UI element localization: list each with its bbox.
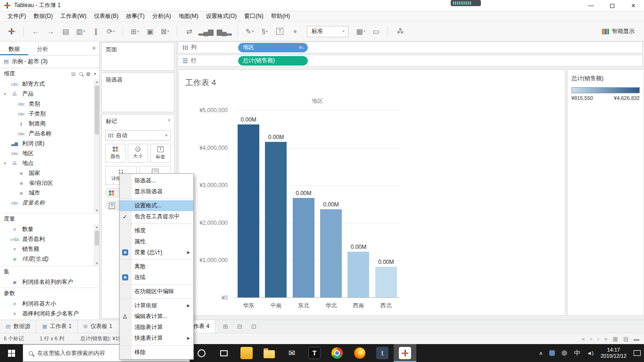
pane-options-icon[interactable]: ✛ [92, 45, 96, 51]
context-menu-item[interactable]: 在功能区中编辑 [120, 286, 193, 297]
group-members-icon[interactable]: §▾ [259, 25, 270, 38]
field-row[interactable]: ⊕纬度(生成) [0, 254, 99, 264]
field-row[interactable]: Abc类别 [0, 99, 99, 109]
show-hide-cards-icon[interactable]: ▦▾ [355, 25, 366, 38]
context-menu-item[interactable]: 离散 [120, 261, 193, 272]
show-mark-labels-icon[interactable]: T [274, 25, 285, 38]
datasource-row[interactable]: ▤ 示例 - 超市 (3) [0, 56, 99, 68]
swap-rows-columns-icon[interactable]: ⇄ [183, 25, 195, 38]
field-row[interactable]: ▾品地点 [0, 158, 99, 168]
context-menu-item[interactable]: 显示筛选器 [120, 186, 193, 197]
bar[interactable] [293, 198, 314, 297]
pill-region[interactable]: 地区 ≡↓ [238, 43, 308, 52]
collapse-icon[interactable]: ▾ [3, 92, 7, 96]
bar[interactable] [320, 209, 342, 297]
menu-item[interactable]: 文件(F) [4, 11, 30, 22]
action-center-button[interactable] [630, 350, 644, 356]
context-menu-item[interactable]: 连续 [120, 272, 193, 283]
show-me-button[interactable]: 智能显示 [596, 25, 640, 37]
sort-ascending-icon[interactable]: ▂▄▆ [198, 25, 213, 38]
menu-item[interactable]: 工作表(W) [57, 11, 90, 22]
group-fields-icon[interactable]: ▦ [86, 71, 91, 76]
marks-button-color[interactable]: 颜色 [105, 144, 125, 163]
new-data-source-icon[interactable]: ▥▾ [75, 25, 86, 38]
menu-item[interactable]: 地图(M) [175, 11, 202, 22]
close-button[interactable]: ✕ [623, 0, 644, 11]
marks-button-size[interactable]: 大小 [128, 144, 148, 163]
field-row[interactable]: #选择利润前多少名客户 [0, 309, 99, 319]
menu-item[interactable]: 窗口(N) [240, 11, 267, 22]
context-menu-item[interactable]: 筛选器... [120, 175, 193, 186]
field-row[interactable]: #利润容器大小 [0, 299, 99, 309]
next-sheet-icon[interactable]: › [597, 336, 599, 342]
scroll-down-icon[interactable]: ▼ [94, 208, 99, 213]
menu-item[interactable]: 故事(T) [122, 11, 148, 22]
redo-icon[interactable]: → [45, 25, 56, 38]
tray-chevron-up-icon[interactable]: ∧ [536, 350, 546, 356]
mark-type-dropdown[interactable]: 自动 ▾ [105, 130, 171, 140]
context-menu-item[interactable]: 属性 [120, 236, 193, 247]
field-row[interactable]: ⊕省/自治区 [0, 178, 99, 188]
taskbar-app-mail[interactable]: ✉ [281, 344, 303, 362]
context-menu-item[interactable]: 计算依据▶ [120, 300, 193, 311]
tray-icon-1[interactable] [546, 350, 558, 356]
field-row[interactable]: #数量 [0, 224, 99, 234]
minimize-button[interactable]: — [580, 0, 602, 11]
taskbar-app-chrome[interactable] [326, 344, 348, 362]
chevron-down-icon[interactable]: ▾ [94, 71, 96, 76]
field-row[interactable]: Abc度量名称 [0, 198, 99, 208]
menu-item[interactable]: 分析(A) [149, 11, 175, 22]
search-icon[interactable] [79, 72, 83, 76]
last-sheet-icon[interactable]: » [604, 336, 608, 342]
context-menu-item[interactable]: 设置格式... [120, 200, 193, 211]
volume-icon[interactable]: ◄) [583, 350, 597, 356]
first-sheet-icon[interactable]: « [582, 336, 585, 342]
show-list-icon[interactable]: ▬ [634, 336, 639, 342]
field-row[interactable]: ▾品产品 [0, 89, 99, 99]
legend-gradient-bar[interactable] [571, 87, 640, 93]
clear-sheet-icon[interactable]: ⊠▾ [159, 25, 171, 38]
columns-shelf[interactable]: 列 地区 ≡↓ [178, 41, 643, 53]
field-row[interactable]: Abc子类别 [0, 109, 99, 119]
share-workbook-icon[interactable]: ⁂ [394, 25, 405, 38]
context-menu-item[interactable]: Δ编辑表计算... [120, 311, 193, 322]
bar[interactable] [265, 142, 287, 297]
menu-item[interactable]: 设置格式(O) [202, 11, 240, 22]
ime-indicator[interactable]: 中 [570, 349, 583, 357]
new-worksheet-icon[interactable]: ⊞▾ [129, 25, 140, 38]
sort-descending-icon[interactable]: ▆▄▂ [217, 25, 231, 38]
tableau-home-icon[interactable] [6, 25, 17, 38]
context-menu-item[interactable]: 维度 [120, 225, 193, 236]
screen-recorder-widget[interactable] [451, 0, 481, 6]
field-row[interactable]: ◉利润排名前列的客户 [0, 277, 99, 287]
marks-button-label[interactable]: T标签 [150, 144, 171, 163]
collapse-icon[interactable]: ▾ [3, 161, 7, 165]
context-menu-item[interactable]: 度量 (总计)▶ [120, 247, 193, 258]
menu-item[interactable]: 仪表板(B) [90, 11, 122, 22]
show-tabs-icon[interactable]: ▦ [612, 336, 618, 342]
taskbar-app-firefox[interactable] [348, 344, 371, 362]
scrollbar[interactable]: ▲ ▼ [94, 224, 99, 266]
start-button[interactable] [0, 344, 23, 362]
menu-item[interactable]: 数据(D) [30, 11, 57, 22]
new-worksheet-button[interactable]: ⊞ [219, 321, 231, 332]
duplicate-sheet-icon[interactable]: ▣ [144, 25, 156, 38]
context-menu-item[interactable]: 清除表计算 [120, 322, 193, 333]
scrollbar[interactable]: ▲ ▼ [94, 79, 99, 213]
context-menu-item[interactable]: 快速表计算▶ [120, 333, 193, 344]
fix-axes-icon[interactable]: ⌖ [289, 25, 300, 38]
new-story-button[interactable]: ⊡ [248, 321, 260, 332]
field-row[interactable]: ⊕国家 [0, 168, 99, 178]
bar[interactable] [375, 267, 397, 297]
pane-tab-data[interactable]: 数据 [0, 41, 28, 55]
color-legend[interactable]: 总计(销售额) ¥815,550 ¥4,626,832 [567, 69, 644, 316]
filters-shelf[interactable]: 筛选器 [101, 73, 174, 112]
taskbar-app-file-explorer[interactable] [258, 344, 281, 362]
tray-icon-2[interactable] [558, 350, 570, 356]
sheet-tab[interactable]: ▦工作表 1 [36, 320, 77, 333]
field-row[interactable]: Abc邮寄方式 [0, 79, 99, 89]
maximize-button[interactable] [602, 0, 623, 11]
bar[interactable] [238, 124, 259, 297]
field-row[interactable]: ▃▆利润 (级) [0, 139, 99, 148]
show-filmstrip-icon[interactable]: ▤ [623, 336, 628, 342]
